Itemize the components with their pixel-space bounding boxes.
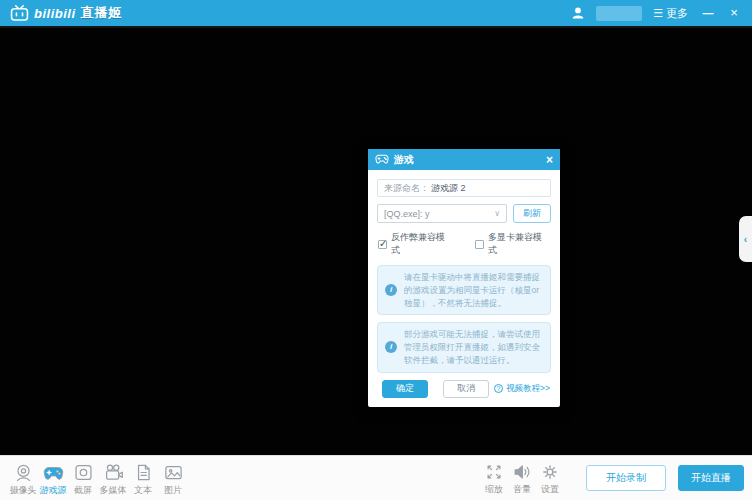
username-area[interactable] — [596, 6, 642, 21]
refresh-button[interactable]: 刷新 — [513, 204, 551, 223]
source-item-label: 截屏 — [74, 484, 92, 497]
preview-area: ‹ 游戏 × 来源命名： 游戏源 2 [QQ.exe]: — [0, 26, 752, 455]
source-item-label: 文本 — [134, 484, 152, 497]
bottom-toolbar: 摄像头 游戏源 截屏 — [0, 455, 752, 500]
minimize-button[interactable]: — — [699, 5, 715, 21]
product-name: 直播姬 — [81, 4, 123, 22]
app-logo: bilibili 直播姬 — [10, 4, 123, 22]
anticheat-checkbox-item[interactable]: ✓ 反作弊兼容模式 — [378, 231, 453, 257]
anticheat-checkbox-label: 反作弊兼容模式 — [391, 231, 453, 257]
dialog-title: 游戏 — [394, 153, 546, 167]
info-icon: i — [385, 284, 397, 296]
multigpu-checkbox-item[interactable]: ✓ 多显卡兼容模式 — [475, 231, 550, 257]
gpu-driver-notice: i 请在显卡驱动中将直播姬和需要捕捉的游戏设置为相同显卡运行（核显or独显），不… — [377, 265, 551, 315]
source-buttons: 摄像头 游戏源 截屏 — [8, 460, 188, 497]
admin-permission-notice-text: 部分游戏可能无法捕捉，请尝试使用管理员权限打开直播姬，如遇到安全软件拦截，请予以… — [404, 328, 543, 366]
source-item-label: 游戏源 — [40, 484, 67, 497]
gpu-driver-notice-text: 请在显卡驱动中将直播姬和需要捕捉的游戏设置为相同显卡运行（核显or独显），不然将… — [404, 271, 543, 309]
resize-icon — [484, 462, 504, 482]
process-select-value: [QQ.exe]: y — [384, 209, 430, 219]
control-volume[interactable]: 音量 — [508, 460, 536, 496]
source-name-value: 游戏源 2 — [431, 182, 466, 195]
titlebar: bilibili 直播姬 ☰ 更多 — × — [0, 0, 752, 26]
media-icon — [103, 462, 124, 483]
admin-permission-notice: i 部分游戏可能无法捕捉，请尝试使用管理员权限打开直播姬，如遇到安全软件拦截，请… — [377, 322, 551, 372]
anticheat-checkbox[interactable]: ✓ — [378, 240, 387, 249]
multigpu-checkbox[interactable]: ✓ — [475, 240, 484, 249]
more-menu-button[interactable]: ☰ 更多 — [653, 6, 688, 21]
user-icon[interactable] — [571, 6, 585, 20]
dialog-titlebar[interactable]: 游戏 × — [368, 149, 560, 170]
control-resize[interactable]: 缩放 — [480, 460, 508, 496]
multigpu-checkbox-label: 多显卡兼容模式 — [488, 231, 550, 257]
source-item-label: 多媒体 — [100, 484, 127, 497]
bilibili-tv-logo-icon — [10, 4, 29, 22]
process-select[interactable]: [QQ.exe]: y ∨ — [377, 204, 507, 223]
video-tutorial-link[interactable]: ? 视频教程>> — [494, 383, 550, 395]
webcam-icon — [13, 462, 34, 483]
close-button[interactable]: × — [726, 5, 742, 21]
dialog-close-button[interactable]: × — [546, 154, 553, 166]
text-icon — [133, 462, 154, 483]
image-icon — [163, 462, 184, 483]
source-item-screenshot[interactable]: 截屏 — [68, 460, 98, 497]
menu-icon: ☰ — [653, 7, 663, 20]
source-item-image[interactable]: 图片 — [158, 460, 188, 497]
panel-toggle-tab[interactable]: ‹ — [739, 216, 752, 262]
source-item-label: 摄像头 — [10, 484, 37, 497]
volume-icon — [512, 462, 532, 482]
chevron-down-icon: ∨ — [494, 209, 500, 218]
video-tutorial-label: 视频教程>> — [506, 383, 550, 395]
brand-text: bilibili — [34, 6, 76, 21]
stream-controls: 缩放 音量 设置 开始录制 开始直播 — [480, 460, 744, 496]
start-streaming-button[interactable]: 开始直播 — [678, 465, 744, 491]
source-item-text[interactable]: 文本 — [128, 460, 158, 497]
more-label: 更多 — [666, 6, 688, 21]
control-label: 设置 — [541, 483, 559, 496]
source-name-input[interactable]: 来源命名： 游戏源 2 — [377, 179, 551, 197]
source-item-label: 图片 — [164, 484, 182, 497]
control-label: 缩放 — [485, 483, 503, 496]
ok-button[interactable]: 确定 — [382, 380, 428, 398]
screenshot-icon — [73, 462, 94, 483]
cancel-button[interactable]: 取消 — [443, 380, 489, 398]
settings-gear-icon — [540, 462, 560, 482]
gamepad-icon — [375, 154, 389, 165]
info-icon: i — [385, 341, 397, 353]
control-label: 音量 — [513, 483, 531, 496]
source-item-webcam[interactable]: 摄像头 — [8, 460, 38, 497]
check-icon: ✓ — [379, 238, 387, 249]
chevron-left-icon: ‹ — [744, 234, 747, 245]
help-circle-icon: ? — [494, 384, 503, 393]
source-item-media[interactable]: 多媒体 — [98, 460, 128, 497]
gamepad-icon — [43, 462, 64, 483]
game-source-dialog: 游戏 × 来源命名： 游戏源 2 [QQ.exe]: y ∨ 刷新 ✓ 反作弊兼… — [368, 149, 560, 407]
source-name-label: 来源命名： — [384, 182, 429, 195]
control-settings[interactable]: 设置 — [536, 460, 564, 496]
start-recording-button[interactable]: 开始录制 — [586, 465, 666, 491]
source-item-game[interactable]: 游戏源 — [38, 460, 68, 497]
